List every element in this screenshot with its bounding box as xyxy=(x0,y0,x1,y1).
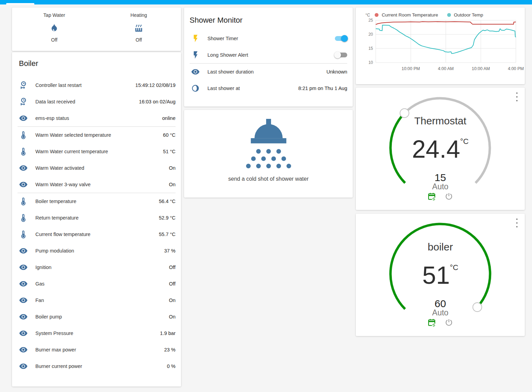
list-item[interactable]: Return temperature 52.9 °C xyxy=(18,210,176,226)
eye-icon xyxy=(19,329,28,338)
row-value: 1.9 bar xyxy=(160,331,176,336)
shower-toggles-section: Shower Timer Long Shower Alert xyxy=(190,30,347,63)
legend-dot-room-temp xyxy=(375,13,378,17)
list-item[interactable]: ems-esp status online xyxy=(18,110,176,126)
list-item[interactable]: Fan On xyxy=(18,292,176,309)
row-value: 8:21 pm on Thu 1 Aug xyxy=(298,86,347,91)
list-item[interactable]: Shower Timer xyxy=(190,30,347,47)
row-value: 16:03 on 02/Aug xyxy=(139,99,176,104)
row-value: 60 °C xyxy=(163,132,176,138)
row-label: Last shower at xyxy=(207,86,298,91)
list-item[interactable]: Warm Water activated On xyxy=(18,160,176,176)
list-item[interactable]: Burner current power 0 % xyxy=(18,358,176,374)
row-label: Current flow temperature xyxy=(35,232,159,237)
status-label: Tap Water xyxy=(43,12,65,18)
thermometer-icon xyxy=(19,147,28,156)
row-value: On xyxy=(169,298,176,303)
list-item[interactable]: Boiler temperature 56.4 °C xyxy=(18,193,176,210)
calendar-sync-button[interactable] xyxy=(427,192,436,201)
svg-text:4:00 AM: 4:00 AM xyxy=(438,66,454,71)
row-label: Burner current power xyxy=(35,363,167,369)
kebab-menu-icon[interactable] xyxy=(514,91,520,103)
row-label: Boiler temperature xyxy=(35,199,159,204)
list-item[interactable]: Warm Water current temperature 51 °C xyxy=(18,143,176,160)
legend-item-outdoor[interactable]: Outdoor Temp xyxy=(447,12,483,18)
power-button[interactable] xyxy=(444,192,453,201)
row-label: System Pressure xyxy=(35,331,160,336)
status-tap-water[interactable]: Tap Water Off xyxy=(12,12,97,51)
shower-timer-toggle[interactable] xyxy=(335,36,347,41)
status-state: Off xyxy=(51,37,57,43)
shower-info-section: Last shower duration Unknown Last shower… xyxy=(190,63,347,97)
flash-icon xyxy=(191,34,200,43)
list-item[interactable]: Last shower duration Unknown xyxy=(190,64,347,80)
kebab-menu-icon[interactable] xyxy=(514,217,520,229)
hvac-mode: Auto xyxy=(356,182,525,191)
svg-text:20: 20 xyxy=(369,32,373,37)
row-value: 51 °C xyxy=(163,149,176,154)
list-item[interactable]: Burner max power 23 % xyxy=(18,341,176,358)
radiator-icon xyxy=(134,23,144,33)
power-button[interactable] xyxy=(444,318,453,327)
list-item[interactable]: Ignition Off xyxy=(18,259,176,276)
row-label: Warm Water 3-way valve xyxy=(35,182,169,187)
row-value: On xyxy=(169,314,176,320)
row-value: Off xyxy=(169,265,176,270)
row-label: Fan xyxy=(35,298,169,303)
list-item[interactable]: Data last received 16:03 on 02/Aug xyxy=(18,93,176,110)
row-value: Unknown xyxy=(327,69,347,75)
row-value: 23 % xyxy=(164,347,176,352)
row-value: 37 % xyxy=(164,248,176,254)
row-label: Warm Water current temperature xyxy=(35,149,163,154)
list-item[interactable]: Gas Off xyxy=(18,276,176,292)
list-item[interactable]: System Pressure 1.9 bar xyxy=(18,325,176,341)
legend-dot-outdoor xyxy=(447,13,451,17)
row-label: Long Shower Alert xyxy=(207,52,335,58)
legend-item-room-temp[interactable]: Current Room Temperature xyxy=(375,12,438,18)
thermometer-icon xyxy=(19,213,28,222)
thermometer-icon xyxy=(19,230,28,239)
svg-text:10:00 AM: 10:00 AM xyxy=(472,66,490,71)
row-label: Data last received xyxy=(35,99,139,104)
cold-shot-button-card[interactable]: send a cold shot of shower water xyxy=(184,110,353,198)
list-item[interactable]: Pump modulation 37 % xyxy=(18,243,176,259)
active-view-tab[interactable] xyxy=(6,3,34,4)
hvac-mode: Auto xyxy=(356,309,525,317)
list-item[interactable]: Warm Water selected temperature 60 °C xyxy=(18,127,176,143)
clock-start-icon xyxy=(19,81,28,90)
history-chart: 2520151010:00 PM4:00 AM10:00 AM4:00 PM xyxy=(361,18,519,75)
status-heating[interactable]: Heating Off xyxy=(97,12,181,51)
list-item[interactable]: Controller last restart 15:49:12 02/08/1… xyxy=(18,77,176,93)
eye-icon xyxy=(19,279,28,288)
row-value: On xyxy=(169,182,176,187)
temperature-unit: °C xyxy=(460,137,469,146)
boiler-gauge-card: boiler 51°C 60 Auto xyxy=(356,214,525,336)
list-item[interactable]: Current flow temperature 55.7 °C xyxy=(18,226,176,243)
moon-icon xyxy=(191,84,200,93)
row-label: Ignition xyxy=(35,265,169,270)
row-value: online xyxy=(162,115,176,121)
temperature-history-card: °C Current Room Temperature Outdoor Temp… xyxy=(356,8,525,84)
list-item[interactable]: Last shower at 8:21 pm on Thu 1 Aug xyxy=(190,80,347,97)
row-label: Return temperature xyxy=(35,215,159,221)
eye-icon xyxy=(19,246,28,255)
calendar-sync-button[interactable] xyxy=(427,318,436,327)
gauge-title: boiler xyxy=(356,241,525,253)
thermostat-gauge-card: Thermostat 24.4°C 15 Auto xyxy=(356,88,525,210)
row-value: 0 % xyxy=(167,363,176,369)
fire-icon xyxy=(49,23,59,33)
boiler-section-warm-water: Warm Water selected temperature 60 °C Wa… xyxy=(18,126,176,193)
list-item[interactable]: Warm Water 3-way valve On xyxy=(18,176,176,193)
row-label: Burner max power xyxy=(35,347,164,352)
list-item[interactable]: Boiler pump On xyxy=(18,309,176,325)
list-item[interactable]: Long Shower Alert xyxy=(190,47,347,63)
row-label: Pump modulation xyxy=(35,248,164,254)
gauge-title: Thermostat xyxy=(356,115,525,127)
card-title: Boiler xyxy=(19,59,176,68)
svg-text:10:00 PM: 10:00 PM xyxy=(401,66,420,71)
card-title: Shower Monitor xyxy=(190,16,347,25)
long-shower-alert-toggle[interactable] xyxy=(335,53,347,57)
row-value: Off xyxy=(169,281,176,287)
thermometer-icon xyxy=(19,197,28,206)
boiler-section-boiler: Boiler temperature 56.4 °C Return temper… xyxy=(18,193,176,374)
